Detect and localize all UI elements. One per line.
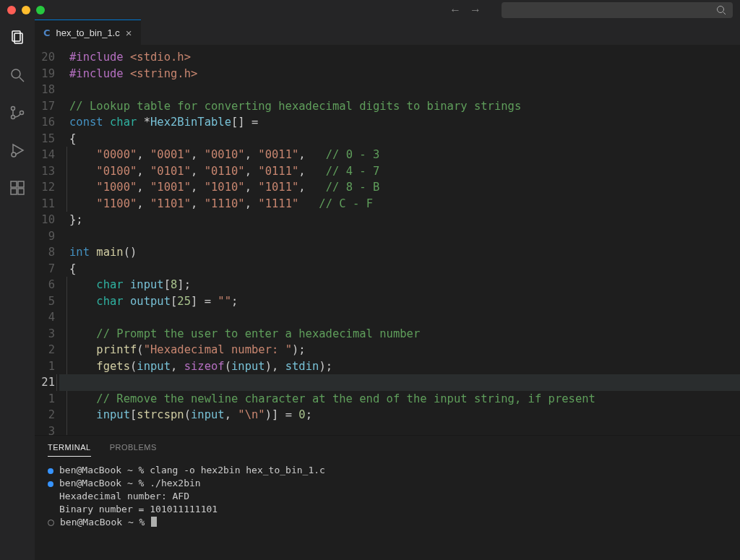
svg-rect-3 — [14, 33, 22, 43]
bottom-panel: TERMINAL PROBLEMS ben@MacBook ~ % clang … — [35, 435, 740, 560]
svg-point-8 — [20, 111, 24, 115]
tab-terminal[interactable]: TERMINAL — [48, 443, 91, 457]
search-icon[interactable] — [6, 64, 29, 87]
svg-rect-13 — [11, 189, 17, 194]
svg-point-6 — [12, 107, 15, 111]
command-search[interactable] — [502, 2, 733, 18]
svg-point-4 — [12, 69, 20, 78]
search-icon — [715, 4, 727, 16]
tab-bar: C hex_to_bin_1.c × — [35, 20, 740, 45]
svg-point-0 — [718, 7, 724, 13]
svg-rect-12 — [18, 181, 24, 187]
gutter: 201918171615141312111098765432121123 — [35, 45, 59, 435]
code-content[interactable]: #include <stdio.h>#include <string.h> //… — [59, 45, 740, 435]
svg-point-10 — [12, 152, 16, 157]
tab-problems[interactable]: PROBLEMS — [110, 443, 157, 457]
nav-back-icon[interactable]: ← — [449, 4, 461, 17]
window-controls — [7, 6, 45, 14]
zoom-window[interactable] — [36, 6, 45, 14]
svg-line-5 — [20, 77, 24, 82]
scm-icon[interactable] — [6, 101, 29, 124]
nav-forward-icon[interactable]: → — [470, 4, 481, 17]
code-editor[interactable]: 201918171615141312111098765432121123 #in… — [35, 45, 740, 435]
close-icon[interactable]: × — [126, 27, 132, 39]
svg-line-1 — [723, 12, 726, 14]
svg-rect-11 — [11, 181, 17, 187]
tab-filename: hex_to_bin_1.c — [56, 27, 120, 38]
terminal[interactable]: ben@MacBook ~ % clang -o hex2bin hex_to_… — [35, 457, 740, 560]
tab-hex-to-bin[interactable]: C hex_to_bin_1.c × — [35, 20, 141, 45]
file-type-badge: C — [43, 27, 51, 38]
svg-point-7 — [12, 116, 15, 119]
run-icon[interactable] — [6, 139, 29, 162]
activity-bar — [0, 20, 35, 560]
close-window[interactable] — [7, 6, 16, 14]
title-bar: ← → — [0, 0, 740, 20]
svg-rect-2 — [12, 31, 20, 41]
explorer-icon[interactable] — [6, 26, 29, 49]
minimize-window[interactable] — [22, 6, 30, 14]
svg-rect-14 — [18, 189, 24, 194]
extensions-icon[interactable] — [6, 176, 29, 199]
